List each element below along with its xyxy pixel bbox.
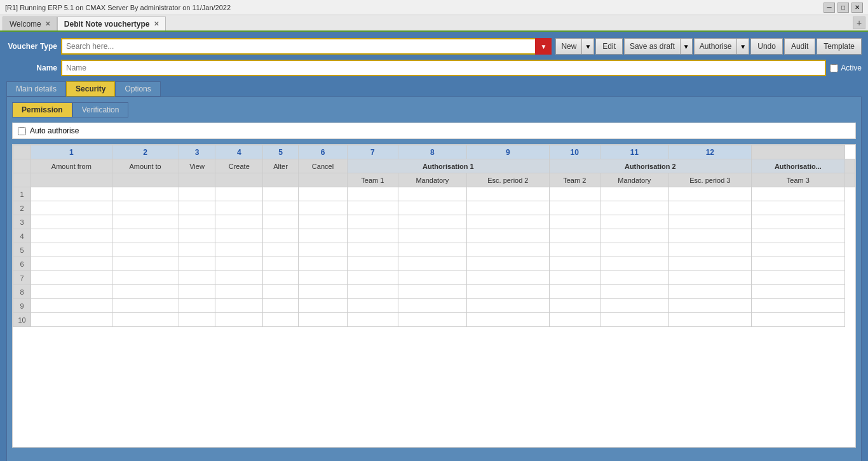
table-cell[interactable] — [215, 201, 263, 215]
table-cell[interactable] — [549, 299, 600, 313]
table-cell[interactable] — [299, 313, 348, 327]
table-cell[interactable] — [347, 299, 398, 313]
active-checkbox[interactable] — [830, 64, 838, 72]
table-cell[interactable] — [179, 257, 215, 271]
table-cell[interactable] — [179, 271, 215, 285]
table-cell[interactable] — [398, 215, 466, 229]
table-cell[interactable] — [549, 313, 600, 327]
table-cell[interactable] — [347, 257, 398, 271]
table-cell[interactable] — [398, 271, 466, 285]
table-cell[interactable] — [31, 187, 112, 201]
table-cell[interactable] — [549, 215, 600, 229]
sub-tab-verification[interactable]: Verification — [72, 102, 129, 117]
table-cell[interactable] — [299, 243, 348, 257]
undo-button[interactable]: Undo — [750, 38, 783, 55]
table-cell[interactable] — [668, 243, 751, 257]
table-cell[interactable] — [299, 215, 348, 229]
table-cell[interactable] — [112, 187, 179, 201]
auto-authorise-checkbox[interactable] — [18, 127, 26, 135]
table-cell[interactable] — [263, 215, 299, 229]
table-cell[interactable] — [215, 313, 263, 327]
close-button[interactable]: ✕ — [851, 3, 863, 13]
table-cell[interactable] — [112, 215, 179, 229]
table-cell[interactable] — [466, 243, 549, 257]
table-cell[interactable] — [751, 271, 844, 285]
table-cell[interactable] — [347, 243, 398, 257]
table-cell[interactable] — [751, 313, 844, 327]
table-cell[interactable] — [398, 243, 466, 257]
table-cell[interactable] — [263, 299, 299, 313]
table-cell[interactable] — [215, 299, 263, 313]
table-cell[interactable] — [466, 257, 549, 271]
table-cell[interactable] — [600, 299, 668, 313]
table-cell[interactable] — [347, 187, 398, 201]
tab-main-details[interactable]: Main details — [6, 81, 66, 97]
table-cell[interactable] — [299, 187, 348, 201]
table-cell[interactable] — [299, 285, 348, 299]
table-cell[interactable] — [299, 271, 348, 285]
table-cell[interactable] — [112, 229, 179, 243]
table-cell[interactable] — [466, 201, 549, 215]
tab-welcome[interactable]: Welcome ✕ — [3, 17, 57, 30]
table-cell[interactable] — [668, 271, 751, 285]
voucher-type-dropdown-button[interactable]: ▼ — [535, 38, 552, 55]
table-cell[interactable] — [215, 229, 263, 243]
table-cell[interactable] — [668, 299, 751, 313]
table-cell[interactable] — [668, 201, 751, 215]
table-cell[interactable] — [668, 313, 751, 327]
table-cell[interactable] — [600, 257, 668, 271]
table-cell[interactable] — [112, 243, 179, 257]
table-cell[interactable] — [751, 229, 844, 243]
table-cell[interactable] — [549, 201, 600, 215]
table-cell[interactable] — [179, 187, 215, 201]
table-cell[interactable] — [668, 215, 751, 229]
table-cell[interactable] — [600, 313, 668, 327]
save-draft-dropdown-arrow[interactable]: ▼ — [680, 38, 693, 55]
table-cell[interactable] — [347, 313, 398, 327]
table-cell[interactable] — [215, 215, 263, 229]
table-cell[interactable] — [549, 187, 600, 201]
table-cell[interactable] — [347, 201, 398, 215]
table-cell[interactable] — [299, 201, 348, 215]
table-cell[interactable] — [751, 299, 844, 313]
table-cell[interactable] — [549, 257, 600, 271]
table-cell[interactable] — [466, 215, 549, 229]
permission-grid[interactable]: 1 2 3 4 5 6 7 8 9 10 11 12 — [12, 144, 856, 448]
table-cell[interactable] — [31, 271, 112, 285]
table-cell[interactable] — [263, 229, 299, 243]
table-cell[interactable] — [31, 215, 112, 229]
table-cell[interactable] — [179, 243, 215, 257]
table-cell[interactable] — [299, 229, 348, 243]
table-cell[interactable] — [215, 257, 263, 271]
name-input[interactable] — [61, 60, 826, 76]
table-cell[interactable] — [347, 285, 398, 299]
new-dropdown-arrow[interactable]: ▼ — [581, 38, 594, 55]
table-cell[interactable] — [179, 201, 215, 215]
table-cell[interactable] — [668, 187, 751, 201]
table-cell[interactable] — [112, 271, 179, 285]
table-cell[interactable] — [751, 243, 844, 257]
table-cell[interactable] — [215, 285, 263, 299]
table-cell[interactable] — [215, 187, 263, 201]
table-cell[interactable] — [263, 313, 299, 327]
table-cell[interactable] — [215, 243, 263, 257]
table-cell[interactable] — [466, 313, 549, 327]
table-cell[interactable] — [299, 257, 348, 271]
table-cell[interactable] — [398, 299, 466, 313]
table-cell[interactable] — [466, 285, 549, 299]
table-cell[interactable] — [215, 271, 263, 285]
table-cell[interactable] — [751, 257, 844, 271]
table-cell[interactable] — [347, 271, 398, 285]
tab-welcome-close[interactable]: ✕ — [45, 20, 50, 27]
table-cell[interactable] — [668, 229, 751, 243]
tab-security[interactable]: Security — [66, 81, 115, 97]
tab-add-button[interactable]: + — [853, 17, 865, 29]
table-cell[interactable] — [179, 313, 215, 327]
template-button[interactable]: Template — [817, 38, 862, 55]
table-cell[interactable] — [263, 201, 299, 215]
table-cell[interactable] — [31, 243, 112, 257]
table-cell[interactable] — [31, 257, 112, 271]
table-cell[interactable] — [398, 257, 466, 271]
edit-button[interactable]: Edit — [595, 38, 623, 55]
table-cell[interactable] — [398, 229, 466, 243]
